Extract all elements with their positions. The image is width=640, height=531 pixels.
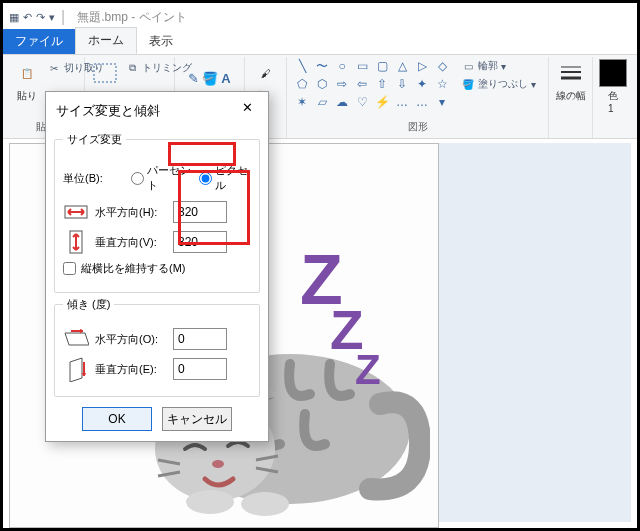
horizontal-skew-icon — [63, 328, 89, 350]
tab-view[interactable]: 表示 — [137, 29, 185, 54]
pixel-radio[interactable]: ピクセル — [199, 163, 251, 193]
paste-icon: 📋 — [13, 59, 41, 87]
outline-icon: ▭ — [461, 59, 475, 73]
svg-point-8 — [241, 492, 289, 516]
shape-hexagon-icon: ⬡ — [313, 77, 331, 93]
select-button[interactable] — [91, 59, 119, 87]
crop-icon: ⧉ — [125, 61, 139, 75]
tab-file[interactable]: ファイル — [3, 29, 75, 54]
ok-button[interactable]: OK — [82, 407, 152, 431]
v-label: 垂直方向(V): — [95, 235, 167, 250]
percent-radio[interactable]: パーセント — [131, 163, 193, 193]
shape-line-icon: ╲ — [293, 59, 311, 75]
shape-downarrow-icon: ⇩ — [393, 77, 411, 93]
fill-icon: 🪣 — [461, 77, 475, 91]
shape-rtriangle-icon: ▷ — [413, 59, 431, 75]
tab-home[interactable]: ホーム — [75, 27, 137, 54]
shape-triangle-icon: △ — [393, 59, 411, 75]
close-button[interactable]: ✕ — [236, 100, 258, 122]
resize-legend: サイズ変更 — [63, 132, 126, 147]
svg-text:Z: Z — [355, 346, 381, 393]
horizontal-input[interactable] — [173, 201, 227, 223]
skew-legend: 傾き (度) — [63, 297, 114, 312]
pencil-icon[interactable]: ✎ — [188, 71, 199, 86]
shape-leftarrow-icon: ⇦ — [353, 77, 371, 93]
shape-rect-icon: ▭ — [353, 59, 371, 75]
resize-skew-dialog: サイズ変更と傾斜 ✕ サイズ変更 単位(B): パーセント ピクセル 水平方向(… — [45, 91, 269, 442]
color-swatch-icon — [599, 59, 627, 87]
skew-section: 傾き (度) 水平方向(O): 垂直方向(E): — [54, 297, 260, 397]
svg-point-7 — [186, 490, 234, 514]
outline-button[interactable]: ▭輪郭▾ — [461, 59, 536, 73]
vertical-resize-icon — [63, 231, 89, 253]
chevron-down-icon: ▾ — [433, 95, 451, 111]
shape-star6-icon: ✶ — [293, 95, 311, 111]
vertical-skew-icon — [63, 358, 89, 380]
shape-cloud-icon: ☁ — [333, 95, 351, 111]
undo-icon[interactable]: ↶ — [23, 11, 32, 24]
color1-button[interactable]: 色1 — [599, 59, 627, 114]
cancel-button[interactable]: キャンセル — [162, 407, 232, 431]
shape-star5-icon: ☆ — [433, 77, 451, 93]
shape-star4-icon: ✦ — [413, 77, 431, 93]
skew-vertical-input[interactable] — [173, 358, 227, 380]
shape-bolt-icon: ⚡ — [373, 95, 391, 111]
skew-v-label: 垂直方向(E): — [95, 362, 167, 377]
select-icon — [91, 59, 119, 87]
vertical-input[interactable] — [173, 231, 227, 253]
group-label: 図形 — [293, 120, 542, 136]
shape-callout-icon: ▱ — [313, 95, 331, 111]
quick-access-toolbar: ▦ ↶ ↷ ▾ — [9, 11, 55, 24]
shape-heart-icon: ♡ — [353, 95, 371, 111]
tabs: ファイル ホーム 表示 — [3, 31, 637, 55]
linewidth-button[interactable]: 線の幅 — [556, 59, 586, 103]
brush-icon: 🖌 — [252, 59, 280, 87]
text-icon[interactable]: A — [221, 71, 230, 86]
shape-rightarrow-icon: ⇨ — [333, 77, 351, 93]
save-icon[interactable]: ▦ — [9, 11, 19, 24]
bucket-icon[interactable]: 🪣 — [202, 71, 218, 86]
shape-roundrect-icon: ▢ — [373, 59, 391, 75]
h-label: 水平方向(H): — [95, 205, 167, 220]
shape-uparrow-icon: ⇧ — [373, 77, 391, 93]
dialog-title: サイズ変更と傾斜 — [56, 102, 160, 120]
shapes-gallery[interactable]: ╲〜○▭▢△▷◇ ⬠⬡⇨⇦⇧⇩✦☆ ✶▱☁♡⚡……▾ — [293, 59, 451, 111]
horizontal-resize-icon — [63, 201, 89, 223]
skew-horizontal-input[interactable] — [173, 328, 227, 350]
resize-section: サイズ変更 単位(B): パーセント ピクセル 水平方向(H): 垂直方向(V)… — [54, 132, 260, 293]
qat-dropdown-icon[interactable]: ▾ — [49, 11, 55, 24]
svg-rect-0 — [94, 64, 116, 82]
window-title: 無題.bmp - ペイント — [77, 9, 186, 26]
linewidth-icon — [557, 59, 585, 87]
scissors-icon: ✂ — [47, 61, 61, 75]
fill-button[interactable]: 🪣塗りつぶし▾ — [461, 77, 536, 91]
shape-pentagon-icon: ⬠ — [293, 77, 311, 93]
shape-curve-icon: 〜 — [313, 59, 331, 75]
unit-label: 単位(B): — [63, 171, 125, 186]
shape-diamond-icon: ◇ — [433, 59, 451, 75]
paste-button[interactable]: 📋 貼り — [13, 59, 41, 103]
svg-point-6 — [212, 460, 224, 468]
shape-oval-icon: ○ — [333, 59, 351, 75]
skew-h-label: 水平方向(O): — [95, 332, 167, 347]
redo-icon[interactable]: ↷ — [36, 11, 45, 24]
aspect-checkbox[interactable]: 縦横比を維持する(M) — [63, 261, 186, 276]
